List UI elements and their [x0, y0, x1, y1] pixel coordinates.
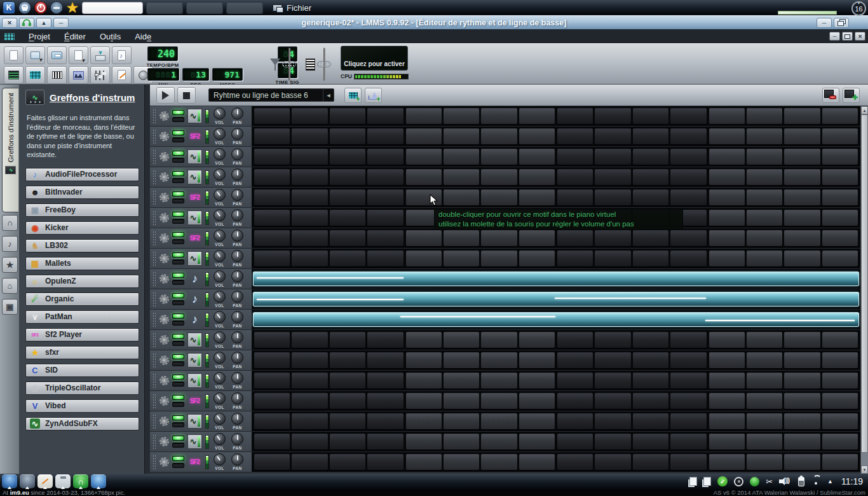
- beat-step[interactable]: [367, 230, 403, 246]
- beat-step[interactable]: [519, 128, 555, 144]
- beat-step[interactable]: [670, 251, 706, 266]
- vol-knob[interactable]: [214, 433, 226, 445]
- beat-step[interactable]: [406, 413, 442, 429]
- beat-step[interactable]: [519, 332, 555, 348]
- beat-step[interactable]: [292, 251, 327, 266]
- beat-step[interactable]: [519, 230, 555, 246]
- beat-step[interactable]: [557, 128, 593, 144]
- beat-step[interactable]: [367, 210, 403, 226]
- beat-step[interactable]: [519, 352, 555, 368]
- beat-step[interactable]: [784, 210, 820, 226]
- beat-step[interactable]: [557, 413, 593, 429]
- beat-step[interactable]: [595, 149, 630, 165]
- vol-knob[interactable]: [214, 270, 226, 282]
- beat-step[interactable]: [406, 128, 442, 144]
- mute-led[interactable]: [172, 395, 184, 400]
- mute-led[interactable]: [172, 252, 184, 258]
- beat-step[interactable]: [254, 128, 290, 144]
- beat-step[interactable]: [709, 393, 745, 409]
- beat-step[interactable]: [670, 393, 706, 409]
- beat-step[interactable]: [481, 352, 517, 368]
- beat-step[interactable]: [747, 128, 782, 144]
- vol-knob[interactable]: [214, 128, 226, 140]
- beat-step[interactable]: [292, 210, 327, 226]
- vol-knob[interactable]: [214, 107, 226, 120]
- beat-step[interactable]: [709, 189, 745, 205]
- mute-led[interactable]: [172, 191, 184, 196]
- master-pitch-slider[interactable]: [317, 48, 331, 81]
- piano-roll-button[interactable]: [47, 66, 67, 84]
- pan-knob[interactable]: [231, 392, 243, 404]
- beat-step[interactable]: [481, 128, 517, 144]
- tray-recorder-icon[interactable]: [734, 477, 743, 486]
- beat-step[interactable]: [330, 373, 365, 389]
- beat-step[interactable]: [595, 413, 630, 429]
- instrument-lb302[interactable]: ♞LB302: [25, 239, 139, 252]
- beat-step[interactable]: [519, 108, 555, 124]
- beat-step[interactable]: [633, 332, 668, 348]
- beat-step[interactable]: [519, 373, 555, 389]
- beat-step[interactable]: [709, 352, 745, 368]
- beat-step[interactable]: [822, 393, 858, 409]
- instrument-audiofileprocessor[interactable]: ♪AudioFileProcessor: [25, 168, 139, 181]
- beat-step[interactable]: [481, 332, 517, 348]
- pattern-selector-arrow-icon[interactable]: ◄: [323, 89, 334, 101]
- vol-knob[interactable]: [214, 169, 226, 181]
- track-grip[interactable]: [153, 272, 156, 287]
- mdi-close-button[interactable]: ✕: [855, 32, 865, 41]
- track-gear-icon[interactable]: [159, 417, 169, 426]
- restore-button[interactable]: [834, 18, 849, 28]
- vol-knob[interactable]: [214, 331, 226, 343]
- project-notes-button[interactable]: [112, 66, 132, 84]
- stop-button[interactable]: [177, 87, 196, 104]
- solo-led[interactable]: [172, 178, 184, 183]
- beat-step[interactable]: [784, 251, 820, 266]
- track-gear-icon[interactable]: [159, 355, 169, 365]
- vol-knob[interactable]: [214, 392, 226, 404]
- beat-step[interactable]: [292, 373, 327, 389]
- sf2-player-icon[interactable]: [187, 231, 202, 245]
- beat-step[interactable]: [406, 332, 442, 348]
- instrument-organic[interactable]: ☄Organic: [25, 293, 139, 306]
- beat-step[interactable]: [330, 454, 365, 470]
- solo-led[interactable]: [172, 219, 184, 224]
- track-gear-icon[interactable]: [159, 213, 169, 223]
- beat-step[interactable]: [633, 393, 668, 409]
- beat-step[interactable]: [367, 373, 403, 389]
- track-gear-icon[interactable]: [159, 437, 169, 446]
- beat-step[interactable]: [747, 251, 782, 266]
- beat-step[interactable]: [254, 352, 290, 368]
- sidebar-tab-home[interactable]: ⌂: [2, 278, 18, 294]
- beat-step[interactable]: [822, 373, 858, 389]
- beat-step[interactable]: [595, 393, 630, 409]
- pan-knob[interactable]: [231, 270, 243, 282]
- taskbar-slot[interactable]: [146, 2, 183, 14]
- beat-step[interactable]: [330, 128, 365, 144]
- track-gear-icon[interactable]: [159, 457, 169, 467]
- beat-step[interactable]: [595, 434, 630, 450]
- mute-led[interactable]: [172, 415, 184, 420]
- beat-step[interactable]: [519, 169, 555, 185]
- track-gear-icon[interactable]: [159, 376, 169, 385]
- beat-step[interactable]: [444, 373, 479, 389]
- mute-led[interactable]: [172, 110, 184, 115]
- beat-step[interactable]: [784, 454, 820, 470]
- menu-outils[interactable]: Outils: [93, 32, 128, 41]
- beat-step[interactable]: [292, 128, 327, 144]
- instrument-sid[interactable]: CSID: [25, 364, 139, 377]
- beat-step[interactable]: [444, 393, 479, 409]
- beat-step[interactable]: [595, 189, 630, 205]
- beat-step[interactable]: [406, 434, 442, 450]
- add-bb-track-button[interactable]: [344, 88, 362, 103]
- launcher-app-blue-icon[interactable]: [2, 474, 17, 488]
- solo-led[interactable]: [172, 158, 184, 163]
- track-grip[interactable]: [153, 434, 156, 450]
- track-gear-icon[interactable]: [159, 132, 169, 141]
- beat-step[interactable]: [254, 251, 290, 266]
- menu-projet[interactable]: Projet: [22, 32, 57, 41]
- beat-step[interactable]: [367, 454, 403, 470]
- beat-step[interactable]: [367, 189, 403, 205]
- track-grip[interactable]: [153, 210, 156, 226]
- export-project-button[interactable]: [90, 46, 110, 64]
- fx-mixer-button[interactable]: [90, 66, 110, 84]
